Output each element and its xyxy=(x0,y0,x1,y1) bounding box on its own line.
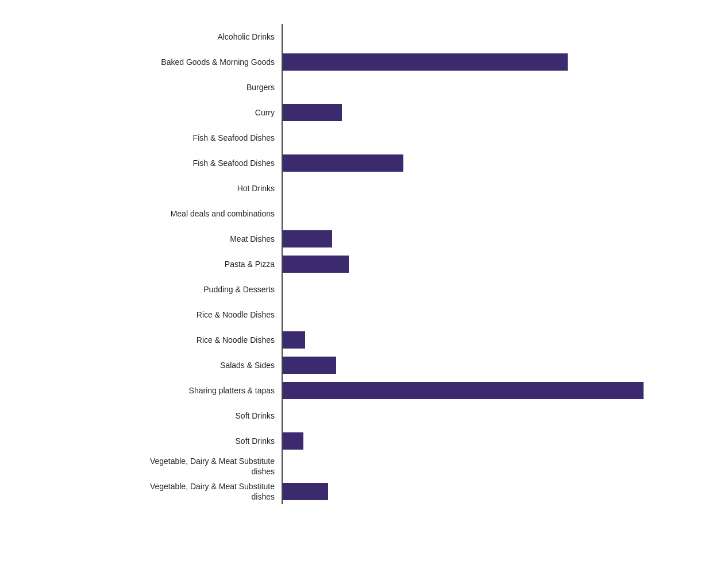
category-label: Baked Goods & Morning Goods xyxy=(40,57,282,67)
chart-container: Alcoholic DrinksBaked Goods & Morning Go… xyxy=(34,13,667,575)
category-label: Alcoholic Drinks xyxy=(40,32,282,42)
bar-row: Burgers xyxy=(40,75,644,100)
bar xyxy=(282,104,342,121)
bar-area xyxy=(282,479,644,504)
bar-area xyxy=(282,176,644,201)
bar-row: Curry xyxy=(40,100,644,125)
bar xyxy=(282,331,305,349)
bar-row: Fish & Seafood Dishes xyxy=(40,125,644,150)
bar-row: Rice & Noodle Dishes xyxy=(40,302,644,327)
category-label: Salads & Sides xyxy=(40,360,282,370)
category-label: Soft Drinks xyxy=(40,436,282,446)
bar-area xyxy=(282,327,644,353)
bar-area xyxy=(282,277,644,302)
bar-row: Hot Drinks xyxy=(40,176,644,201)
bar-row: Soft Drinks xyxy=(40,428,644,454)
bar-row: Sharing platters & tapas xyxy=(40,378,644,403)
bar xyxy=(282,256,349,273)
bar-area xyxy=(282,75,644,100)
bar-area xyxy=(282,428,644,454)
category-label: Vegetable, Dairy & Meat Substitutedishes xyxy=(40,481,282,502)
bar-row: Pudding & Desserts xyxy=(40,277,644,302)
bar-area xyxy=(282,125,644,150)
bar-row: Meal deals and combinations xyxy=(40,201,644,226)
category-label: Burgers xyxy=(40,82,282,92)
category-label: Sharing platters & tapas xyxy=(40,385,282,396)
bar-area xyxy=(282,302,644,327)
category-label: Rice & Noodle Dishes xyxy=(40,310,282,320)
chart-area: Alcoholic DrinksBaked Goods & Morning Go… xyxy=(40,24,644,564)
bar-row: Alcoholic Drinks xyxy=(40,24,644,49)
bar-area xyxy=(282,24,644,49)
bar xyxy=(282,357,336,374)
bar-row: Vegetable, Dairy & Meat Substitutedishes xyxy=(40,479,644,504)
category-label: Hot Drinks xyxy=(40,183,282,194)
category-label: Meat Dishes xyxy=(40,234,282,244)
bar-row: Pasta & Pizza xyxy=(40,252,644,277)
bar xyxy=(282,432,303,450)
bar-area xyxy=(282,150,644,176)
bar xyxy=(282,483,328,500)
bar-area xyxy=(282,201,644,226)
category-label: Curry xyxy=(40,107,282,118)
bar-area xyxy=(282,49,644,75)
category-label: Vegetable, Dairy & Meat Substitutedishes xyxy=(40,456,282,477)
bar-row: Rice & Noodle Dishes xyxy=(40,327,644,353)
category-label: Fish & Seafood Dishes xyxy=(40,133,282,143)
category-label: Pudding & Desserts xyxy=(40,284,282,295)
category-label: Soft Drinks xyxy=(40,411,282,421)
category-label: Meal deals and combinations xyxy=(40,208,282,219)
bar-row: Meat Dishes xyxy=(40,226,644,252)
bar-area xyxy=(282,403,644,428)
bar-row: Vegetable, Dairy & Meat Substitutedishes xyxy=(40,454,644,479)
bar xyxy=(282,382,644,399)
bar-row: Soft Drinks xyxy=(40,403,644,428)
category-label: Rice & Noodle Dishes xyxy=(40,335,282,345)
category-label: Pasta & Pizza xyxy=(40,259,282,269)
bar-area xyxy=(282,353,644,378)
bar xyxy=(282,230,332,247)
bar-area xyxy=(282,454,644,479)
bar-area xyxy=(282,100,644,125)
bar-area xyxy=(282,226,644,252)
bar-row: Salads & Sides xyxy=(40,353,644,378)
bar-row: Fish & Seafood Dishes xyxy=(40,150,644,176)
bar-area xyxy=(282,252,644,277)
bar-row: Baked Goods & Morning Goods xyxy=(40,49,644,75)
bar-area xyxy=(282,378,644,403)
bar xyxy=(282,154,403,172)
bar xyxy=(282,53,568,71)
category-label: Fish & Seafood Dishes xyxy=(40,158,282,168)
